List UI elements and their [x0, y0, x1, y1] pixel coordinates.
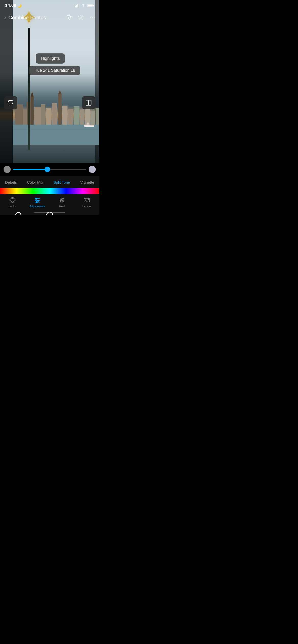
- slider-thumb[interactable]: [45, 167, 50, 172]
- svg-rect-1: [76, 5, 77, 7]
- photo-area: ✦ Highlights Hue: [0, 0, 99, 163]
- svg-rect-37: [90, 111, 95, 125]
- svg-rect-30: [58, 94, 62, 125]
- tab-bar: Details Color Mix Split Tone Vignette: [0, 176, 99, 188]
- svg-line-19: [83, 19, 83, 20]
- compare-icon: [85, 99, 92, 106]
- wifi-icon: [81, 4, 86, 7]
- nav-left: ‹ Combine Photos: [4, 14, 46, 22]
- nav-right: ···: [66, 14, 95, 21]
- svg-marker-31: [58, 90, 62, 94]
- svg-rect-38: [96, 108, 99, 125]
- svg-line-17: [80, 15, 80, 16]
- tooltip-highlights: Highlights: [36, 53, 65, 64]
- svg-point-61: [86, 199, 88, 201]
- heal-label: Heal: [59, 205, 65, 208]
- undo-button[interactable]: [4, 96, 17, 109]
- panel-left: [0, 0, 13, 163]
- svg-point-62: [88, 199, 89, 200]
- nav-adjustments[interactable]: Adjustments: [30, 197, 45, 208]
- lenses-icon: [83, 197, 90, 204]
- compare-button[interactable]: [82, 96, 95, 109]
- svg-point-6: [68, 16, 71, 18]
- nav-lenses[interactable]: Lenses: [79, 197, 94, 208]
- nav-title: Combine Photos: [8, 15, 46, 21]
- lightbulb-icon[interactable]: [66, 14, 73, 21]
- svg-rect-34: [74, 106, 79, 125]
- svg-rect-33: [68, 109, 73, 125]
- svg-line-14: [79, 17, 82, 20]
- tab-details[interactable]: Details: [3, 178, 19, 187]
- status-icons: [75, 4, 94, 7]
- svg-rect-0: [75, 6, 76, 7]
- svg-point-59: [62, 200, 63, 201]
- svg-point-54: [37, 200, 39, 201]
- signal-icon: [75, 4, 79, 7]
- heal-icon: [59, 197, 66, 204]
- tab-split-tone[interactable]: Split Tone: [51, 178, 72, 187]
- moon-icon: 🌙: [17, 4, 22, 8]
- svg-line-15: [82, 16, 83, 17]
- battery-icon: [87, 4, 94, 7]
- svg-rect-5: [88, 5, 93, 7]
- svg-rect-27: [41, 104, 45, 125]
- svg-line-18: [78, 15, 79, 15]
- slider-track[interactable]: [13, 169, 86, 170]
- slider-area[interactable]: [0, 163, 99, 176]
- svg-point-52: [35, 198, 37, 199]
- status-time: 14.09: [5, 3, 16, 8]
- svg-line-11: [71, 15, 71, 16]
- svg-rect-3: [79, 4, 79, 7]
- nav-heal[interactable]: Heal: [55, 197, 70, 208]
- more-button[interactable]: ···: [89, 15, 95, 21]
- svg-rect-2: [77, 4, 78, 7]
- magic-wand-icon[interactable]: [78, 14, 84, 21]
- svg-rect-28: [46, 108, 51, 125]
- svg-rect-41: [84, 125, 94, 127]
- lenses-label: Lenses: [83, 205, 91, 208]
- slider-fill: [13, 169, 47, 170]
- slider-left-handle: [4, 166, 11, 173]
- pole: [28, 28, 30, 150]
- svg-line-16: [78, 16, 79, 17]
- adjustments-label: Adjustments: [30, 205, 45, 208]
- svg-line-10: [67, 15, 68, 16]
- undo-icon: [7, 100, 14, 106]
- tab-color-mix[interactable]: Color Mix: [25, 178, 45, 187]
- adjustments-icon: [34, 197, 41, 204]
- looks-icon: [9, 197, 16, 204]
- tooltip-hue-saturation: Hue 241 Saturation 18: [29, 66, 80, 75]
- looks-label: Looks: [9, 205, 16, 208]
- svg-rect-36: [85, 107, 90, 125]
- svg-point-56: [36, 201, 37, 203]
- svg-rect-29: [52, 103, 57, 125]
- svg-rect-32: [62, 106, 67, 125]
- svg-rect-35: [80, 109, 84, 125]
- star-pole: ✦: [20, 8, 37, 150]
- back-button[interactable]: ‹: [4, 14, 6, 22]
- status-bar: 14.09 🌙: [0, 0, 99, 11]
- tab-vignette[interactable]: Vignette: [78, 178, 96, 187]
- svg-point-45: [11, 198, 14, 202]
- svg-rect-42: [87, 123, 89, 125]
- nav-looks[interactable]: Looks: [5, 197, 20, 208]
- slider-right-handle: [89, 166, 96, 173]
- nav-bar: ‹ Combine Photos ···: [0, 11, 99, 24]
